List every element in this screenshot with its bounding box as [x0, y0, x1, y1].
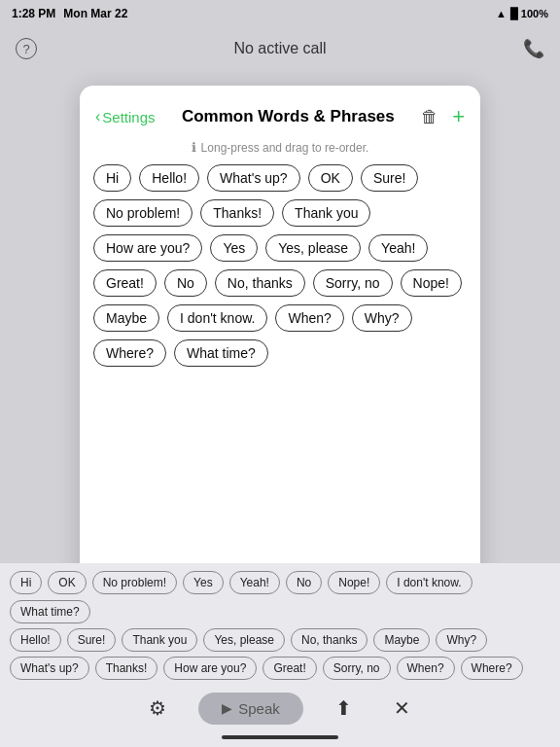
phrase-chip[interactable]: I don't know. [167, 304, 267, 332]
phrase-chip[interactable]: Hello! [139, 164, 199, 192]
phrase-chip[interactable]: Why? [352, 304, 412, 332]
back-button[interactable]: ‹ Settings [95, 108, 156, 125]
battery-icon: ▉ 100% [510, 8, 548, 20]
bottom-chip[interactable]: Maybe [373, 628, 430, 652]
phrase-chip[interactable]: How are you? [93, 234, 202, 262]
phrase-chip[interactable]: Maybe [93, 304, 159, 332]
play-icon: ▶ [222, 700, 232, 716]
bottom-chip[interactable]: When? [397, 657, 455, 680]
bottom-bar: HiOKNo problem!YesYeah!NoNope!I don't kn… [0, 563, 560, 747]
share-icon: ⬆ [335, 696, 352, 720]
add-phrase-button[interactable]: + [452, 104, 465, 129]
bottom-chip[interactable]: Yes, please [203, 628, 285, 652]
phrase-chip[interactable]: Great! [93, 269, 157, 297]
bottom-chip[interactable]: OK [48, 571, 86, 594]
close-icon: ✕ [394, 696, 410, 720]
bottom-chip[interactable]: Sorry, no [323, 657, 391, 680]
home-indicator [222, 735, 338, 739]
gear-icon: ⚙ [149, 696, 166, 720]
nav-bar: ? No active call 📞 [0, 27, 560, 70]
phrases-area: HiHello!What's up?OKSure!No problem!Than… [80, 164, 480, 367]
phrase-chip[interactable]: Where? [93, 339, 166, 367]
card-actions: 🗑 + [421, 104, 465, 129]
phrase-chip[interactable]: What's up? [207, 164, 300, 192]
phrase-chip[interactable]: No, thanks [215, 269, 305, 297]
bottom-chips-row: HiOKNo problem!YesYeah!NoNope!I don't kn… [10, 571, 550, 623]
bottom-chip[interactable]: Thanks! [95, 657, 158, 680]
close-button[interactable]: ✕ [385, 691, 420, 726]
bottom-chips-row: Hello!Sure!Thank youYes, pleaseNo, thank… [10, 628, 550, 652]
bottom-chip[interactable]: Great! [262, 657, 316, 680]
bottom-chip[interactable]: I don't know. [386, 571, 472, 594]
hint-text: Long-press and drag to re-order. [201, 141, 369, 155]
wifi-icon: ▲ [496, 8, 507, 19]
info-icon: ℹ [192, 140, 196, 155]
phrase-chip[interactable]: Yes [210, 234, 258, 262]
phrase-chip[interactable]: Sure! [361, 164, 418, 192]
card-header: ‹ Settings Common Words & Phrases 🗑 + [80, 86, 480, 134]
phrase-chip[interactable]: Hi [93, 164, 131, 192]
bottom-chip[interactable]: Why? [436, 628, 487, 652]
bottom-chip[interactable]: What's up? [10, 657, 89, 680]
bottom-chip[interactable]: Yes [183, 571, 224, 594]
bottom-chip[interactable]: No, thanks [291, 628, 368, 652]
help-icon: ? [22, 42, 29, 56]
status-time: 1:28 PM [12, 7, 55, 20]
bottom-chip[interactable]: Nope! [328, 571, 380, 594]
phrase-chip[interactable]: Thanks! [200, 199, 274, 227]
bottom-chip[interactable]: Thank you [122, 628, 197, 652]
chevron-left-icon: ‹ [95, 108, 100, 125]
phrase-chip[interactable]: Yeah! [368, 234, 428, 262]
settings-button[interactable]: ⚙ [140, 691, 175, 726]
status-date: Mon Mar 22 [63, 7, 127, 20]
bottom-chip[interactable]: No problem! [92, 571, 177, 594]
share-button[interactable]: ⬆ [327, 691, 362, 726]
bottom-chip[interactable]: Yeah! [229, 571, 280, 594]
bottom-chip[interactable]: How are you? [163, 657, 257, 680]
phone-icon: 📞 [523, 38, 544, 59]
bottom-chip[interactable]: Hello! [10, 628, 61, 652]
bottom-chips-row: What's up?Thanks!How are you?Great!Sorry… [10, 657, 550, 680]
bottom-controls: ⚙ ▶ Speak ⬆ ✕ [10, 685, 550, 729]
bottom-chip[interactable]: No [286, 571, 322, 594]
phrase-chip[interactable]: Yes, please [265, 234, 361, 262]
help-button[interactable]: ? [16, 38, 37, 59]
phrase-chip[interactable]: When? [275, 304, 343, 332]
phrase-chip[interactable]: Thank you [282, 199, 370, 227]
phrase-chip[interactable]: What time? [174, 339, 268, 367]
nav-title: No active call [233, 40, 326, 57]
bottom-chip[interactable]: Hi [10, 571, 42, 594]
phrase-chip[interactable]: OK [308, 164, 353, 192]
phrase-chip[interactable]: Nope! [401, 269, 462, 297]
bottom-chip[interactable]: Where? [461, 657, 523, 680]
status-icons: ▲ ▉ 100% [496, 8, 548, 20]
phrase-chip[interactable]: No problem! [93, 199, 192, 227]
trash-button[interactable]: 🗑 [421, 107, 438, 127]
back-label: Settings [102, 109, 155, 125]
hint-row: ℹ Long-press and drag to re-order. [80, 134, 480, 164]
speak-label: Speak [238, 700, 280, 717]
phrase-chip[interactable]: Sorry, no [313, 269, 393, 297]
card-title: Common Words & Phrases [156, 107, 422, 126]
bottom-chip[interactable]: What time? [10, 600, 90, 623]
speak-button[interactable]: ▶ Speak [198, 693, 303, 725]
status-bar: 1:28 PM Mon Mar 22 ▲ ▉ 100% [0, 0, 560, 27]
phrase-chip[interactable]: No [164, 269, 207, 297]
bottom-chip[interactable]: Sure! [67, 628, 117, 652]
